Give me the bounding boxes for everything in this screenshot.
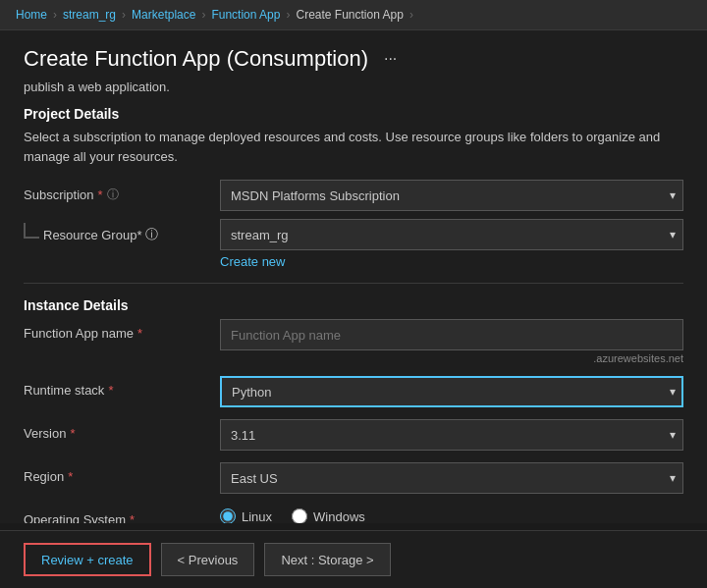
os-linux-option[interactable]: Linux: [220, 508, 272, 523]
os-windows-radio[interactable]: [292, 508, 307, 523]
region-select[interactable]: East USEast US 2West USWest US 2Central …: [220, 462, 683, 494]
resource-group-required: *: [136, 228, 141, 242]
runtime-stack-control: PythonNode.js.NETJavaPowerShell CoreCust…: [220, 376, 683, 407]
resource-group-info-icon[interactable]: ⓘ: [145, 226, 158, 243]
subscription-select[interactable]: MSDN Platforms Subscription: [220, 180, 683, 211]
operating-system-required: *: [130, 512, 135, 523]
footer-bar: Review + create < Previous Next : Storag…: [0, 530, 707, 588]
subscription-info-icon[interactable]: ⓘ: [107, 187, 119, 203]
resource-group-select-wrapper: stream_rg ▾: [220, 219, 683, 250]
project-details-heading: Project Details: [24, 106, 683, 122]
previous-button[interactable]: < Previous: [161, 543, 255, 576]
project-details-desc: Select a subscription to manage deployed…: [24, 128, 683, 166]
breadcrumb-create-function-app: Create Function App: [296, 8, 403, 22]
function-app-name-suffix: .azurewebsites.net: [220, 352, 683, 364]
operating-system-row: Operating System * Linux Windows: [24, 506, 683, 523]
instance-details-section: Instance Details Function App name * .az…: [24, 283, 683, 523]
breadcrumb-sep-4: ›: [409, 8, 413, 22]
region-control: East USEast US 2West USWest US 2Central …: [220, 462, 683, 494]
subscription-label: Subscription * ⓘ: [24, 180, 220, 203]
function-app-name-row: Function App name * .azurewebsites.net: [24, 319, 683, 364]
os-radio-group: Linux Windows: [220, 508, 683, 523]
runtime-stack-label: Runtime stack *: [24, 376, 220, 398]
resource-group-row: Resource Group * ⓘ stream_rg ▾ Create ne…: [24, 219, 683, 269]
version-select[interactable]: 3.113.103.93.8: [220, 419, 683, 451]
os-linux-label: Linux: [242, 509, 272, 524]
ellipsis-button[interactable]: ···: [378, 48, 403, 70]
resource-group-control: stream_rg ▾ Create new: [220, 219, 683, 269]
resource-group-label: Resource Group: [43, 228, 136, 242]
subscription-control: MSDN Platforms Subscription ▾: [220, 180, 683, 211]
next-button[interactable]: Next : Storage >: [264, 543, 390, 576]
breadcrumb-sep-3: ›: [286, 8, 290, 22]
breadcrumb-marketplace[interactable]: Marketplace: [132, 8, 195, 22]
instance-details-heading: Instance Details: [24, 297, 683, 313]
breadcrumb-sep-0: ›: [53, 8, 57, 22]
review-create-button[interactable]: Review + create: [24, 543, 151, 576]
create-new-link[interactable]: Create new: [220, 254, 683, 269]
operating-system-label: Operating System *: [24, 506, 220, 523]
page-title-row: Create Function App (Consumption) ···: [24, 46, 683, 72]
breadcrumb-stream-rg[interactable]: stream_rg: [63, 8, 116, 22]
version-row: Version * 3.113.103.93.8 ▾: [24, 419, 683, 451]
resource-group-select[interactable]: stream_rg: [220, 219, 683, 250]
version-label: Version *: [24, 419, 220, 441]
runtime-stack-select[interactable]: PythonNode.js.NETJavaPowerShell CoreCust…: [220, 376, 683, 407]
breadcrumb-bar: Home › stream_rg › Marketplace › Functio…: [0, 0, 707, 30]
os-windows-option[interactable]: Windows: [292, 508, 365, 523]
runtime-stack-select-wrapper: PythonNode.js.NETJavaPowerShell CoreCust…: [220, 376, 683, 407]
operating-system-control: Linux Windows: [220, 508, 683, 523]
function-app-name-control: .azurewebsites.net: [220, 319, 683, 364]
function-app-name-label: Function App name *: [24, 319, 220, 341]
subscription-select-wrapper: MSDN Platforms Subscription ▾: [220, 180, 683, 211]
function-app-name-input[interactable]: [220, 319, 683, 350]
breadcrumb-sep-2: ›: [201, 8, 205, 22]
subscription-row: Subscription * ⓘ MSDN Platforms Subscrip…: [24, 180, 683, 211]
resource-group-label-section: Resource Group * ⓘ: [24, 219, 220, 243]
function-app-name-required: *: [137, 326, 142, 341]
breadcrumb-sep-1: ›: [122, 8, 126, 22]
main-content: Create Function App (Consumption) ··· pu…: [0, 30, 707, 523]
region-required: *: [68, 469, 73, 484]
page-title: Create Function App (Consumption): [24, 46, 368, 72]
region-select-wrapper: East USEast US 2West USWest US 2Central …: [220, 462, 683, 494]
os-linux-radio[interactable]: [220, 508, 236, 523]
divider-1: [24, 283, 683, 284]
region-row: Region * East USEast US 2West USWest US …: [24, 462, 683, 494]
rg-indent-decoration: [24, 223, 39, 239]
page-description: publish a web application.: [24, 80, 683, 94]
version-control: 3.113.103.93.8 ▾: [220, 419, 683, 451]
breadcrumb-home[interactable]: Home: [16, 8, 47, 22]
os-windows-label: Windows: [313, 509, 365, 524]
version-select-wrapper: 3.113.103.93.8 ▾: [220, 419, 683, 451]
version-required: *: [70, 426, 75, 441]
runtime-stack-required: *: [108, 383, 113, 398]
breadcrumb-function-app[interactable]: Function App: [211, 8, 280, 22]
subscription-required: *: [98, 187, 103, 202]
runtime-stack-row: Runtime stack * PythonNode.js.NETJavaPow…: [24, 376, 683, 407]
region-label: Region *: [24, 462, 220, 484]
